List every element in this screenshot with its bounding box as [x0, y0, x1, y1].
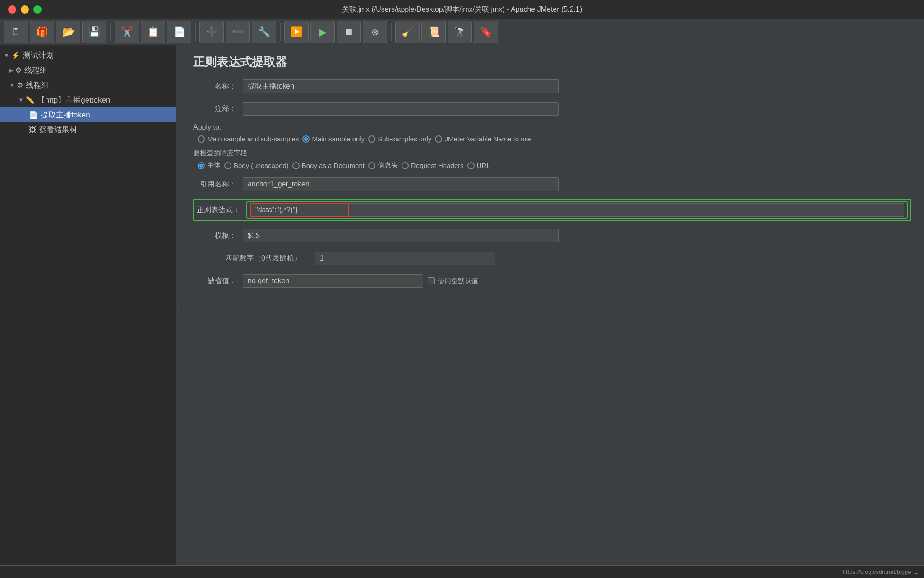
- sidebar-item-extract-token[interactable]: 📄 提取主播token: [0, 107, 176, 122]
- copy-button[interactable]: 📋: [141, 21, 165, 43]
- radio-circle: [224, 162, 231, 169]
- reference-name-label: 引用名称：: [193, 180, 243, 189]
- clear-all-button[interactable]: 📜: [421, 21, 446, 43]
- radio-label: Sub-samples only: [378, 135, 431, 143]
- add-button[interactable]: ➕: [199, 21, 224, 43]
- use-default-checkbox-item[interactable]: 使用空默认值: [428, 277, 478, 285]
- test-plan-icon: ⚡: [11, 51, 20, 60]
- close-button[interactable]: [8, 5, 16, 14]
- sidebar-item-thread-group-1[interactable]: ▶ ⚙ 线程组: [0, 63, 176, 78]
- save-button[interactable]: 💾: [82, 21, 106, 43]
- main-layout: ▼ ⚡ 测试计划 ▶ ⚙ 线程组 ▼ ⚙ 线程组 ▼ ✏️ 【http】主播ge…: [0, 45, 924, 565]
- radio-label: 信息头: [378, 161, 398, 170]
- cut-button[interactable]: ✂️: [115, 21, 139, 43]
- radio-sub-only[interactable]: Sub-samples only: [368, 135, 431, 143]
- clear-button[interactable]: 🧹: [395, 21, 420, 43]
- comment-input[interactable]: [243, 102, 559, 116]
- regex-label: 正则表达式：: [197, 205, 246, 215]
- extract-icon: 📄: [29, 111, 38, 119]
- radio-main-and-sub[interactable]: Main sample and sub-samples: [198, 135, 299, 143]
- radio-circle: [292, 162, 300, 169]
- thread-group-icon: ⚙: [17, 81, 23, 89]
- separator-4: [391, 23, 392, 41]
- sidebar-item-http-gettoken[interactable]: ▼ ✏️ 【http】主播gettoken: [0, 93, 176, 107]
- paste-button[interactable]: 📄: [167, 21, 191, 43]
- radio-request-headers[interactable]: Request Headers: [402, 162, 464, 169]
- regex-extra[interactable]: [349, 203, 904, 217]
- comment-row: 注释：: [193, 101, 911, 117]
- arrow-icon: ▼: [4, 52, 9, 59]
- radio-jmeter-var[interactable]: JMeter Variable Name to use: [435, 135, 531, 143]
- sidebar: ▼ ⚡ 测试计划 ▶ ⚙ 线程组 ▼ ⚙ 线程组 ▼ ✏️ 【http】主播ge…: [0, 45, 176, 565]
- response-radio-group: 主体 Body (unescaped) Body as a Document 信…: [193, 161, 911, 170]
- sidebar-item-test-plan[interactable]: ▼ ⚡ 测试计划: [0, 48, 176, 63]
- reference-name-input[interactable]: [243, 177, 559, 191]
- help-button[interactable]: 🔖: [474, 21, 498, 43]
- expand-button[interactable]: 🔧: [252, 21, 276, 43]
- status-bar: https://blog.csdn.net/bigge_L: [0, 565, 924, 578]
- window-controls[interactable]: [8, 5, 42, 14]
- content-panel: 正则表达式提取器 名称： 注释： Apply to: Main sample a…: [180, 45, 924, 565]
- toolbar: 🗒 🎁 📂 💾 ✂️ 📋 📄 ➕ ➖ 🔧 ▶️ ▶ ⏹ ⊗ 🧹 📜 🔭 🔖: [0, 19, 924, 45]
- run-button[interactable]: ▶️: [284, 21, 309, 43]
- radio-circle: [368, 135, 375, 143]
- status-url: https://blog.csdn.net/bigge_L: [843, 569, 918, 575]
- window-title: 关联.jmx (/Users/apple/Desktop/脚本/jmx/关联.j…: [342, 5, 582, 14]
- radio-label: Body as a Document: [302, 162, 365, 169]
- radio-body[interactable]: 主体: [198, 161, 221, 170]
- sidebar-item-label: 线程组: [24, 65, 47, 75]
- shutdown-button[interactable]: ⊗: [363, 21, 387, 43]
- template-label: 模板：: [193, 231, 243, 241]
- titlebar: 关联.jmx (/Users/apple/Desktop/脚本/jmx/关联.j…: [0, 0, 924, 19]
- radio-label: URL: [477, 162, 490, 169]
- separator-2: [195, 23, 196, 41]
- thread-group-icon: ⚙: [15, 66, 22, 75]
- open-templates-button[interactable]: 🎁: [30, 21, 54, 43]
- search-button[interactable]: 🔭: [448, 21, 472, 43]
- radio-circle: [302, 135, 310, 143]
- radio-headers[interactable]: 信息头: [368, 161, 398, 170]
- name-row: 名称：: [193, 78, 911, 94]
- match-no-input[interactable]: [315, 252, 495, 265]
- sidebar-resizer[interactable]: ⋮: [176, 45, 180, 565]
- default-value-group: 使用空默认值: [243, 274, 649, 288]
- maximize-button[interactable]: [33, 5, 42, 14]
- radio-main-only[interactable]: Main sample only: [302, 135, 365, 143]
- response-label: 要检查的响应字段: [193, 149, 911, 158]
- apply-to-section: Apply to: Main sample and sub-samples Ma…: [193, 123, 911, 143]
- regex-input-group: [246, 201, 908, 219]
- minimize-button[interactable]: [21, 5, 29, 14]
- start-no-pause-button[interactable]: ▶: [310, 21, 335, 43]
- panel-title: 正则表达式提取器: [193, 54, 911, 70]
- use-default-checkbox[interactable]: [428, 277, 435, 284]
- name-label: 名称：: [193, 82, 243, 91]
- arrow-icon: ▼: [9, 82, 15, 89]
- radio-circle: [467, 162, 475, 169]
- default-input[interactable]: [243, 274, 423, 288]
- radio-label: 主体: [207, 161, 221, 170]
- sidebar-item-thread-group-2[interactable]: ▼ ⚙ 线程组: [0, 78, 176, 93]
- radio-label: Request Headers: [411, 162, 464, 169]
- radio-body-document[interactable]: Body as a Document: [292, 162, 365, 169]
- template-input[interactable]: [243, 229, 559, 242]
- remove-button[interactable]: ➖: [226, 21, 250, 43]
- open-button[interactable]: 📂: [56, 21, 80, 43]
- stop-button[interactable]: ⏹: [337, 21, 361, 43]
- separator-3: [280, 23, 281, 41]
- default-row: 缺省值： 使用空默认值: [193, 273, 911, 289]
- name-input[interactable]: [243, 79, 559, 93]
- match-no-label: 匹配数字（0代表随机）：: [193, 254, 315, 263]
- result-tree-icon: 🖼: [29, 126, 36, 134]
- sidebar-item-label: 察看结果树: [39, 125, 77, 135]
- radio-circle: [402, 162, 409, 169]
- comment-label: 注释：: [193, 104, 243, 114]
- regex-input[interactable]: [250, 203, 349, 217]
- radio-circle: [198, 162, 205, 169]
- radio-body-unescaped[interactable]: Body (unescaped): [224, 162, 289, 169]
- arrow-icon: ▶: [9, 67, 14, 74]
- sidebar-item-label: 【http】主播gettoken: [37, 95, 111, 105]
- sidebar-item-result-tree[interactable]: 🖼 察看结果树: [0, 122, 176, 137]
- new-button[interactable]: 🗒: [4, 21, 28, 43]
- radio-url[interactable]: URL: [467, 162, 490, 169]
- radio-label: JMeter Variable Name to use: [444, 135, 531, 143]
